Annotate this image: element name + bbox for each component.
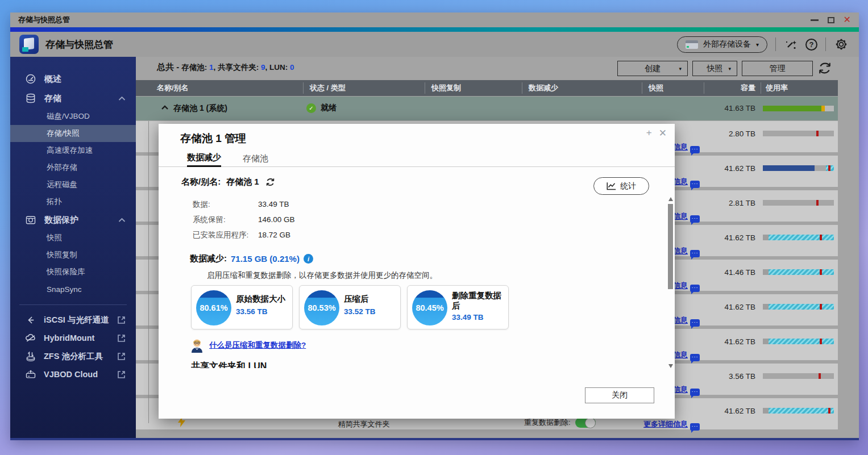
sidebar-item-vjbod-cloud[interactable]: VJBOD Cloud xyxy=(10,365,136,383)
usage-bar xyxy=(763,106,834,111)
pool-name-row: 名称/别名: 存储池 1 xyxy=(181,177,276,187)
sidebar-item-snapshot[interactable]: 快照 xyxy=(10,229,136,247)
reduction-card-original: 80.61% 原始数据大小 33.56 TB xyxy=(191,285,293,329)
sidebar: 概述 存储 磁盘/VJBOD 存储/快照 高速缓存加速 外部存储 远程磁盘 拓扑 xyxy=(10,57,136,438)
sidebar-item-cache-acceleration[interactable]: 高速缓存加速 xyxy=(10,142,136,159)
tab-storage-pool[interactable]: 存储池 xyxy=(243,150,268,167)
comment-icon[interactable]: ··· xyxy=(690,319,700,327)
comment-icon[interactable]: ··· xyxy=(690,215,700,223)
sidebar-divider xyxy=(19,304,127,305)
scroll-up-icon[interactable] xyxy=(668,197,673,201)
caret-down-icon: ▾ xyxy=(728,66,731,72)
tab-data-reduction[interactable]: 数据减少 xyxy=(187,150,221,167)
manage-button[interactable]: 管理 xyxy=(742,61,813,76)
column-name[interactable]: 名称/别名 xyxy=(157,80,189,96)
scroll-down-icon[interactable] xyxy=(668,364,673,368)
caret-down-icon: ▾ xyxy=(679,66,682,72)
table-row-pool[interactable]: 存储池 1 (系统) ✓ 就绪 41.63 TB xyxy=(136,97,838,120)
detach-plus-icon[interactable]: + xyxy=(646,127,652,139)
column-usage[interactable]: 使用率 xyxy=(766,80,788,96)
capacity-cell: 2.81 TB xyxy=(704,199,755,207)
usage-bar xyxy=(763,304,834,310)
more-info-link[interactable]: 更多详细信息 xyxy=(643,420,688,428)
window-titlebar[interactable]: 存储与快照总管 ✕ xyxy=(10,12,859,27)
window-title: 存储与快照总管 xyxy=(18,15,70,25)
comment-icon[interactable]: ··· xyxy=(690,389,700,396)
usage-bar xyxy=(763,269,834,275)
dedup-toggle[interactable] xyxy=(575,418,596,428)
tree-guide-line xyxy=(148,121,149,423)
capacity-cell: 3.56 TB xyxy=(704,372,755,381)
sidebar-item-topology[interactable]: 拓扑 xyxy=(10,193,136,210)
capacity-cell: 41.62 TB xyxy=(704,164,755,173)
dialog-tabs: 数据减少 存储池 xyxy=(159,150,675,167)
close-dialog-button[interactable]: 关闭 xyxy=(585,387,654,403)
capacity-cell: 41.46 TB xyxy=(704,268,755,277)
statistics-button[interactable]: 统计 xyxy=(593,177,649,195)
external-link-icon xyxy=(117,316,126,324)
info-row: 系统保留:146.00 GB xyxy=(193,215,295,225)
sidebar-item-zfs-pool-analyzer[interactable]: ZFS 池分析工具 xyxy=(10,347,136,365)
help-icon[interactable]: ? xyxy=(805,39,817,51)
comment-icon[interactable]: ··· xyxy=(690,285,700,292)
status-ok-icon: ✓ xyxy=(306,103,316,113)
what-is-compression-link[interactable]: 什么是压缩和重复数据删除? xyxy=(209,340,306,350)
external-storage-device-button[interactable]: 外部存储设备 ▾ xyxy=(677,36,767,53)
info-icon[interactable]: i xyxy=(304,254,313,264)
chevron-up-icon[interactable] xyxy=(118,218,126,223)
sidebar-item-iscsi[interactable]: iSCSI 与光纤通道 xyxy=(10,311,136,329)
desktop-wallpaper: 存储与快照总管 ✕ 存储与快照总管 外部存储设备 ▾ xyxy=(0,0,868,455)
column-snapshot[interactable]: 快照 xyxy=(649,80,663,96)
magic-wand-icon[interactable] xyxy=(784,37,798,51)
dialog-scrollbar[interactable] xyxy=(667,196,674,369)
app-title: 存储与快照总管 xyxy=(45,38,113,51)
storage-stack-icon xyxy=(25,93,36,104)
pool-manage-dialog: 存储池 1 管理 + ✕ 数据减少 存储池 名称/别名: 存储池 1 xyxy=(159,124,675,419)
sidebar-item-external-storage[interactable]: 外部存储 xyxy=(10,159,136,176)
comment-icon[interactable]: ··· xyxy=(690,423,700,431)
collapse-chevron-icon[interactable] xyxy=(161,105,169,110)
sidebar-item-storage-snapshots[interactable]: 存储/快照 xyxy=(10,125,136,142)
column-capacity[interactable]: 容量 xyxy=(704,80,755,96)
comment-icon[interactable]: ··· xyxy=(690,181,700,188)
maximize-icon[interactable] xyxy=(828,17,834,23)
chevron-up-icon[interactable] xyxy=(118,96,126,101)
folder-type-cell: 精简共享文件夹 xyxy=(303,419,425,429)
sidebar-item-remote-disk[interactable]: 远程磁盘 xyxy=(10,176,136,193)
sidebar-item-snapsync[interactable]: SnapSync xyxy=(10,281,136,298)
iscsi-icon xyxy=(25,315,36,325)
sidebar-group-data-protection[interactable]: 数据保护 xyxy=(10,210,136,229)
cloud-icon xyxy=(25,332,36,344)
sidebar-item-disks-vjbod[interactable]: 磁盘/VJBOD xyxy=(10,108,136,125)
column-snapshot-replica[interactable]: 快照复制 xyxy=(431,80,461,96)
capacity-cell: 41.63 TB xyxy=(704,104,755,112)
app-window: 存储与快照总管 ✕ 存储与快照总管 外部存储设备 ▾ xyxy=(10,12,859,440)
settings-gear-icon[interactable] xyxy=(834,37,849,52)
capacity-cell: 2.80 TB xyxy=(704,130,755,138)
sidebar-item-snapshot-vault[interactable]: 快照保险库 xyxy=(10,264,136,281)
comment-icon[interactable]: ··· xyxy=(690,146,700,153)
info-row: 数据:33.49 TB xyxy=(193,199,289,210)
comment-icon[interactable]: ··· xyxy=(690,250,700,257)
dialog-close-icon[interactable]: ✕ xyxy=(659,127,667,139)
create-button[interactable]: 创建▾ xyxy=(617,61,688,76)
minimize-icon[interactable] xyxy=(811,19,819,21)
reduction-description: 启用压缩和重复数据删除，以存储更多数据并使用更少的存储空间。 xyxy=(207,270,437,281)
sidebar-item-overview[interactable]: 概述 xyxy=(10,69,136,89)
close-icon[interactable]: ✕ xyxy=(844,16,851,24)
refresh-icon[interactable] xyxy=(265,177,276,187)
sidebar-item-hybridmount[interactable]: HybridMount xyxy=(10,329,136,347)
comment-icon[interactable]: ··· xyxy=(690,354,700,361)
scrollbar-thumb[interactable] xyxy=(668,204,673,289)
column-status-type[interactable]: 状态 / 类型 xyxy=(310,80,346,96)
sidebar-item-snapshot-replica[interactable]: 快照复制 xyxy=(10,247,136,264)
usage-bar xyxy=(763,165,834,171)
sidebar-group-storage[interactable]: 存储 xyxy=(10,89,136,108)
reduction-card-deduplicated: 80.45% 删除重复数据后 33.49 TB xyxy=(407,285,509,329)
dialog-title: 存储池 1 管理 xyxy=(180,131,246,146)
usage-bar xyxy=(763,200,834,206)
column-data-reduction[interactable]: 数据减少 xyxy=(529,80,558,96)
refresh-icon[interactable] xyxy=(817,60,833,76)
app-icon xyxy=(19,35,39,54)
snapshot-button[interactable]: 快照▾ xyxy=(692,61,737,76)
